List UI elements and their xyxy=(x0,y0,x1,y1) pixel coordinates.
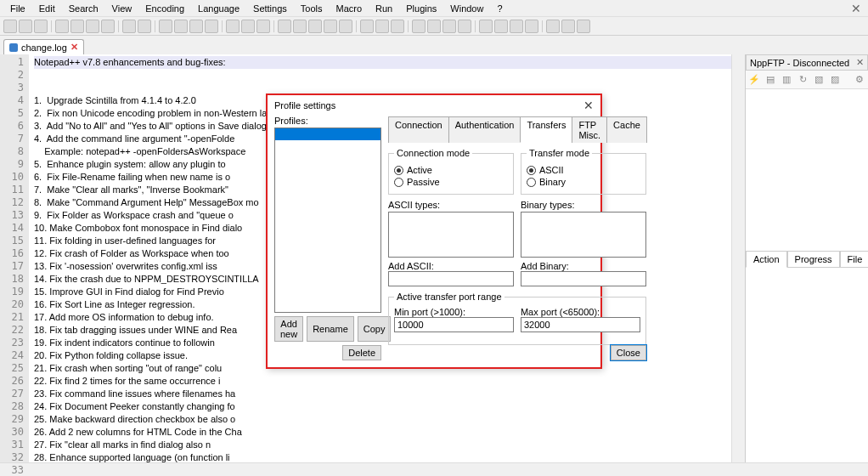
nppftp-panel: NppFTP - Disconnected ✕ ⚡ ▤ ▥ ↻ ▧ ▨ ⚙ Ac… xyxy=(745,54,868,462)
toolbar-icon[interactable] xyxy=(70,20,84,33)
toolbar-icon[interactable] xyxy=(256,20,270,33)
dialog-close-icon[interactable]: ✕ xyxy=(583,99,594,112)
menu-search[interactable]: Search xyxy=(62,2,105,15)
main-toolbar xyxy=(0,17,868,36)
toolbar-icon[interactable] xyxy=(308,20,322,33)
toolbar-icon[interactable] xyxy=(205,20,218,33)
radio-passive[interactable]: Passive xyxy=(394,177,508,187)
max-port-input[interactable] xyxy=(521,317,640,332)
port-range-group: Active transfer port range Min port (>10… xyxy=(388,292,646,345)
radio-ascii[interactable]: ASCII xyxy=(527,165,640,175)
panel-close-icon[interactable]: ✕ xyxy=(856,57,864,68)
vertical-scrollbar[interactable] xyxy=(731,54,745,462)
toolbar-icon[interactable] xyxy=(226,20,240,33)
toolbar-icon[interactable] xyxy=(19,20,32,33)
abort-icon[interactable]: ▧ xyxy=(812,73,826,87)
tab-cache[interactable]: Cache xyxy=(606,116,647,143)
toolbar-icon[interactable] xyxy=(174,20,188,33)
toolbar-icon[interactable] xyxy=(442,20,456,33)
panel-bottom-tabs: Action Progress File xyxy=(746,251,868,268)
toolbar-icon[interactable] xyxy=(293,20,307,33)
delete-button[interactable]: Delete xyxy=(342,345,381,360)
add-ascii-input[interactable] xyxy=(388,271,514,286)
copy-button[interactable]: Copy xyxy=(358,316,392,342)
toolbar-icon[interactable] xyxy=(479,20,493,33)
tab-ftpmisc[interactable]: FTP Misc. xyxy=(572,116,607,143)
toolbar-icon[interactable] xyxy=(577,20,590,33)
settings-icon[interactable]: ⚙ xyxy=(853,73,866,87)
toolbar-icon[interactable] xyxy=(101,20,115,33)
refresh-icon[interactable]: ↻ xyxy=(796,73,809,87)
toolbar-icon[interactable] xyxy=(427,20,441,33)
tab-authentication[interactable]: Authentication xyxy=(448,116,521,143)
toolbar-icon[interactable] xyxy=(375,20,389,33)
panel-tree[interactable] xyxy=(746,89,868,251)
add-ascii-label: Add ASCII: xyxy=(388,261,514,271)
tab-transfers[interactable]: Transfers xyxy=(520,116,572,143)
toolbar-icon[interactable] xyxy=(34,20,48,33)
min-port-input[interactable] xyxy=(394,317,514,332)
rename-button[interactable]: Rename xyxy=(307,316,354,342)
toolbar-icon[interactable] xyxy=(3,20,17,33)
toolbar-icon[interactable] xyxy=(494,20,508,33)
connection-mode-label: Connection mode xyxy=(394,148,472,158)
tab-action[interactable]: Action xyxy=(746,252,787,268)
ascii-types-list[interactable] xyxy=(388,212,514,258)
radio-binary[interactable]: Binary xyxy=(527,177,640,187)
toolbar-icon[interactable] xyxy=(525,20,538,33)
toolbar-icon[interactable] xyxy=(458,20,471,33)
menu-language[interactable]: Language xyxy=(191,2,246,15)
toolbar-icon[interactable] xyxy=(159,20,172,33)
menu-edit[interactable]: Edit xyxy=(32,2,62,15)
toolbar-icon[interactable] xyxy=(339,20,352,33)
toolbar-icon[interactable] xyxy=(189,20,203,33)
messages-icon[interactable]: ▨ xyxy=(828,73,842,87)
menu-view[interactable]: View xyxy=(105,2,139,15)
toolbar-icon[interactable] xyxy=(324,20,337,33)
toolbar-icon[interactable] xyxy=(561,20,575,33)
close-button[interactable]: Close xyxy=(611,345,646,360)
download-icon[interactable]: ▥ xyxy=(780,73,793,87)
menu-encoding[interactable]: Encoding xyxy=(138,2,191,15)
toolbar-icon[interactable] xyxy=(278,20,291,33)
toolbar-icon[interactable] xyxy=(241,20,255,33)
close-tab-icon[interactable]: ✕ xyxy=(70,42,78,53)
toolbar-icon[interactable] xyxy=(510,20,523,33)
toolbar-icon[interactable] xyxy=(138,20,151,33)
min-port-label: Min port (>1000): xyxy=(394,307,465,317)
toolbar-icon[interactable] xyxy=(391,20,404,33)
menu-run[interactable]: Run xyxy=(369,2,399,15)
menu-?[interactable]: ? xyxy=(490,2,509,15)
menu-window[interactable]: Window xyxy=(443,2,490,15)
tab-file[interactable]: File xyxy=(840,252,868,268)
toolbar-icon[interactable] xyxy=(546,20,560,33)
radio-active[interactable]: Active xyxy=(394,165,508,175)
tab-progress[interactable]: Progress xyxy=(787,252,840,268)
horizontal-scrollbar[interactable] xyxy=(0,462,868,476)
file-tab-label: change.log xyxy=(21,42,67,53)
transfer-mode-label: Transfer mode xyxy=(527,148,592,158)
toolbar-icon[interactable] xyxy=(55,20,69,33)
panel-toolbar: ⚡ ▤ ▥ ↻ ▧ ▨ ⚙ xyxy=(746,71,868,89)
connect-icon[interactable]: ⚡ xyxy=(747,73,761,87)
file-tab[interactable]: change.log ✕ xyxy=(3,39,84,54)
toolbar-icon[interactable] xyxy=(412,20,426,33)
profiles-list[interactable] xyxy=(274,128,381,313)
toolbar-icon[interactable] xyxy=(360,20,374,33)
menu-settings[interactable]: Settings xyxy=(246,2,294,15)
toolbar-icon[interactable] xyxy=(122,20,136,33)
tab-connection[interactable]: Connection xyxy=(388,116,449,143)
add-binary-input[interactable] xyxy=(521,271,646,286)
toolbar-icon[interactable] xyxy=(86,20,99,33)
connection-mode-group: Connection mode Active Passive xyxy=(388,148,514,195)
add-new-button[interactable]: Add new xyxy=(274,316,303,342)
menu-plugins[interactable]: Plugins xyxy=(399,2,443,15)
upload-icon[interactable]: ▤ xyxy=(764,73,777,87)
ascii-types-label: ASCII types: xyxy=(388,200,514,210)
profile-selected-item[interactable] xyxy=(275,128,380,140)
menu-macro[interactable]: Macro xyxy=(329,2,369,15)
binary-types-list[interactable] xyxy=(521,212,646,258)
menu-file[interactable]: File xyxy=(3,2,32,15)
menu-tools[interactable]: Tools xyxy=(294,2,330,15)
app-close-icon[interactable]: ✕ xyxy=(851,2,861,15)
